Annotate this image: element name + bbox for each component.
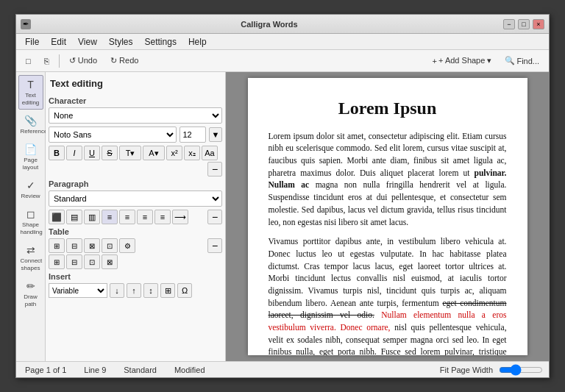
underline-button[interactable]: U — [84, 146, 100, 160]
references-icon: 📎 — [21, 115, 41, 126]
strikethrough-button[interactable]: S — [102, 146, 118, 160]
superscript-button[interactable]: x² — [166, 146, 182, 160]
status-bar: Page 1 of 1 Line 9 Standard Modified Fit… — [16, 361, 549, 377]
menu-file[interactable]: File — [19, 35, 45, 49]
toolbar-separator-1 — [59, 54, 60, 68]
underline-text: tristique tortor in, — [269, 347, 507, 355]
insert-up-button[interactable]: ↑ — [127, 283, 141, 298]
character-section-label: Character — [49, 96, 222, 105]
menu-styles[interactable]: Styles — [103, 35, 139, 49]
status-line: Line 9 — [81, 366, 109, 374]
text-editing-icon: T — [21, 79, 41, 90]
font-name-select[interactable]: Noto Sans — [49, 126, 177, 143]
sidebar-item-connect-shapes[interactable]: ⇄ Connect shapes — [18, 240, 43, 275]
table-row-insert-button[interactable]: ⊞ — [49, 254, 65, 269]
zoom-controls: Fit Page Width — [437, 366, 543, 374]
open-button[interactable]: ⎘ — [39, 54, 54, 68]
table-split-button[interactable]: ⊡ — [102, 238, 118, 253]
subscript-button[interactable]: x₂ — [184, 146, 200, 160]
insert-down-button[interactable]: ↓ — [110, 283, 124, 298]
menu-settings[interactable]: Settings — [139, 35, 182, 49]
menu-view[interactable]: View — [72, 35, 103, 49]
align-right-button[interactable]: ≡ — [137, 210, 153, 224]
align-left-button[interactable]: ≡ — [102, 210, 118, 224]
para-btn-2[interactable]: ▤ — [66, 210, 82, 224]
sidebar-item-text-editing[interactable]: T Text editing — [18, 75, 43, 110]
search-icon: 🔍 — [505, 56, 515, 65]
font-none-select[interactable]: None — [49, 107, 222, 124]
shape-handling-icon: ◻ — [21, 208, 41, 220]
clear-format-button[interactable]: Aa — [202, 146, 218, 160]
menu-bar: File Edit View Styles Settings Help — [16, 34, 549, 50]
table-row-delete-button[interactable]: ⊟ — [66, 254, 82, 269]
add-shape-button[interactable]: + + Add Shape ▾ — [427, 54, 497, 68]
italic-button[interactable]: I — [66, 146, 82, 160]
table-merge-button[interactable]: ⊠ — [84, 238, 100, 253]
sidebar-item-shape-handling[interactable]: ◻ Shape handling — [18, 204, 43, 239]
font-size-input[interactable] — [180, 126, 206, 143]
para-btn-1[interactable]: ⬛ — [49, 210, 65, 224]
bold-button[interactable]: B — [49, 146, 65, 160]
bold-nullam: Nullam ac — [269, 180, 310, 189]
insert-special-button[interactable]: Ω — [177, 283, 192, 298]
redo-button[interactable]: ↻ Redo — [105, 54, 143, 68]
close-button[interactable]: × — [533, 19, 544, 29]
font-size-decrement-button[interactable]: ▼ — [209, 127, 222, 142]
draw-path-icon: ✏ — [21, 280, 41, 292]
table-section-label: Table — [49, 227, 222, 236]
sidebar-item-page-layout[interactable]: 📄 Page layout — [18, 140, 43, 174]
maximize-button[interactable]: □ — [518, 19, 530, 29]
table-insert-button[interactable]: ⊞ — [49, 238, 65, 253]
fit-page-width-label: Fit Page Width — [437, 366, 496, 374]
align-center-button[interactable]: ≡ — [119, 210, 135, 224]
para-ltr-button[interactable]: ⟶ — [172, 210, 188, 224]
doc-title: Lorem Ipsun — [269, 96, 507, 121]
sidebar-item-draw-path[interactable]: ✏ Draw path — [18, 277, 43, 311]
font-none-row: None — [49, 107, 222, 124]
table-settings-button[interactable]: ⚙ — [119, 238, 135, 253]
page-layout-icon: 📄 — [21, 143, 41, 155]
insert-swap-button[interactable]: ↕ — [143, 283, 158, 298]
para-buttons-row: ⬛ ▤ ▥ ≡ ≡ ≡ ≡ ⟶ − — [49, 210, 222, 224]
insert-add-button[interactable]: ⊞ — [160, 283, 175, 298]
insert-row: Variable ↓ ↑ ↕ ⊞ Ω — [49, 283, 222, 298]
table-collapse-button[interactable]: − — [207, 238, 222, 253]
left-panel: T Text editing 📎 References 📄 Page layou… — [16, 72, 46, 361]
table-col-insert-button[interactable]: ⊡ — [84, 254, 100, 269]
minimize-button[interactable]: − — [503, 19, 515, 29]
find-button[interactable]: 🔍 Find... — [500, 54, 544, 68]
table-col-delete-button[interactable]: ⊠ — [102, 254, 118, 269]
window-title: Calligra Words — [35, 20, 503, 29]
highlight-button[interactable]: A▾ — [143, 146, 165, 160]
status-page: Page 1 of 1 — [22, 366, 69, 374]
format-buttons-row: B I U S T▾ A▾ x² x₂ Aa − — [49, 146, 222, 177]
toolbar-right: + + Add Shape ▾ 🔍 Find... — [427, 54, 544, 68]
doc-para-2: Vivamus porttitor dapibus ante, in vesti… — [269, 235, 507, 355]
font-name-row: Noto Sans ▼ — [49, 126, 222, 143]
connect-shapes-icon: ⇄ — [21, 244, 41, 256]
text-color-button[interactable]: T▾ — [119, 146, 141, 160]
title-bar: ✒ Calligra Words − □ × — [16, 15, 549, 34]
para-collapse-button[interactable]: − — [207, 210, 222, 224]
menu-help[interactable]: Help — [182, 35, 213, 49]
para-btn-3[interactable]: ▥ — [84, 210, 100, 224]
doc-area: Lorem Ipsun Lorem ipsum dolor sit amet, … — [226, 72, 549, 361]
table-delete-button[interactable]: ⊟ — [66, 238, 82, 253]
sidebar-item-review[interactable]: ✓ Review — [18, 176, 43, 203]
props-panel: Text editing Character None Noto Sans ▼ … — [46, 72, 226, 361]
undo-button[interactable]: ↺ ↺ UndoUndo — [64, 54, 102, 68]
paragraph-style-select[interactable]: Standard — [49, 190, 222, 207]
table-buttons-row1: ⊞ ⊟ ⊠ ⊡ ⚙ − — [49, 238, 222, 253]
insert-variable-select[interactable]: Variable — [49, 283, 107, 298]
sidebar-item-references[interactable]: 📎 References — [18, 111, 43, 138]
doc-para-1: Lorem ipsum dolor sit amet, consectetur … — [269, 130, 507, 228]
paragraph-section-label: Paragraph — [49, 179, 222, 188]
align-justify-button[interactable]: ≡ — [154, 210, 171, 224]
add-shape-icon: + — [433, 57, 437, 65]
zoom-slider[interactable] — [499, 366, 543, 374]
insert-section-label: Insert — [49, 272, 222, 281]
collapse-button[interactable]: − — [207, 162, 222, 177]
menu-edit[interactable]: Edit — [45, 35, 72, 49]
doc-page[interactable]: Lorem Ipsun Lorem ipsum dolor sit amet, … — [248, 78, 527, 355]
new-button[interactable]: □ — [21, 54, 36, 68]
